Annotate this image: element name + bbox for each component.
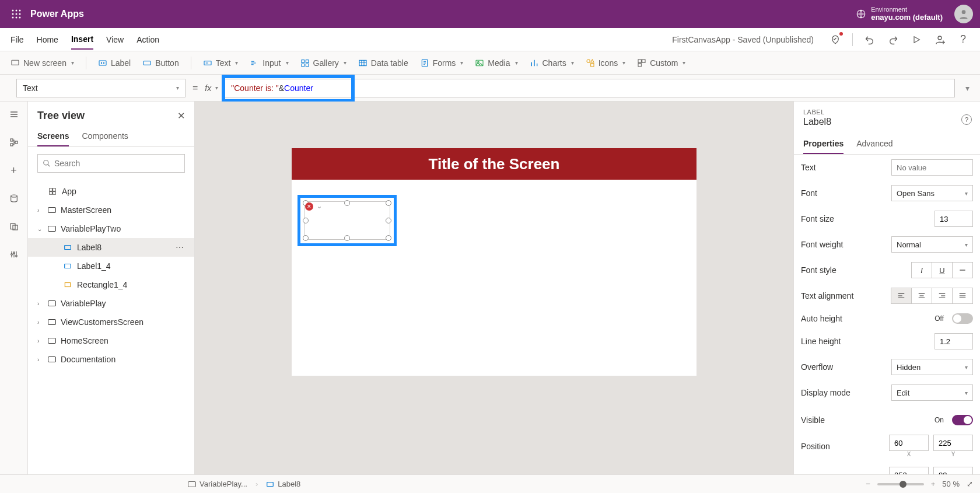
data-table-button[interactable]: Data table — [358, 58, 408, 68]
tree-node-homescreen[interactable]: › HomeScreen — [28, 331, 194, 350]
charts-button[interactable]: Charts▾ — [530, 58, 574, 68]
tree-node-documentation[interactable]: › Documentation — [28, 350, 194, 369]
tree-view-icon[interactable] — [8, 137, 20, 148]
tree-node-rectangle1-4[interactable]: Rectangle1_4 — [28, 275, 194, 294]
data-icon[interactable] — [8, 193, 20, 204]
new-screen-button[interactable]: New screen▾ — [10, 58, 74, 68]
canvas-screen[interactable]: Title of the Screen ✕ ⌄ — [292, 148, 696, 376]
tab-components[interactable]: Components — [82, 127, 128, 146]
screen-icon — [48, 300, 56, 306]
resize-handle[interactable] — [344, 200, 350, 206]
tree-node-variableplaytwo[interactable]: ⌄ VariablePlayTwo — [28, 219, 194, 238]
underline-button[interactable]: U — [932, 262, 953, 278]
forms-button[interactable]: Forms▾ — [420, 58, 464, 68]
user-avatar[interactable] — [954, 5, 973, 23]
close-icon[interactable]: ✕ — [177, 110, 185, 121]
fit-screen-icon[interactable]: ⤢ — [967, 480, 973, 488]
hamburger-icon[interactable] — [8, 109, 20, 120]
zoom-slider[interactable] — [877, 483, 924, 485]
prop-lineheight-input[interactable] — [935, 333, 973, 349]
control-chevron-icon[interactable]: ⌄ — [317, 202, 322, 210]
text-button[interactable]: Text▾ — [203, 58, 239, 68]
menu-file[interactable]: File — [10, 30, 24, 49]
chevron-right-icon[interactable]: › — [37, 319, 43, 326]
selected-label-control[interactable]: ✕ ⌄ — [298, 195, 397, 246]
gallery-button[interactable]: Gallery▾ — [300, 58, 346, 68]
tree-node-variableplay[interactable]: › VariablePlay — [28, 294, 194, 313]
app-launcher-icon[interactable] — [7, 5, 26, 23]
auto-height-toggle[interactable] — [952, 313, 973, 324]
tab-properties[interactable]: Properties — [803, 134, 844, 154]
help-icon[interactable]: ? — [957, 33, 970, 46]
chevron-right-icon[interactable]: › — [37, 207, 43, 214]
position-x-input[interactable] — [889, 435, 929, 451]
tree-node-viewcustomers[interactable]: › ViewCustomersScreen — [28, 313, 194, 331]
canvas-area[interactable]: Title of the Screen ✕ ⌄ — [195, 102, 793, 474]
play-icon[interactable] — [910, 33, 923, 46]
tree-node-masterscreen[interactable]: › MasterScreen — [28, 201, 194, 219]
icons-button[interactable]: Icons▾ — [586, 58, 625, 68]
align-right-button[interactable] — [932, 288, 953, 304]
chevron-right-icon[interactable]: › — [37, 356, 43, 363]
input-button[interactable]: Input▾ — [250, 58, 288, 68]
strikethrough-button[interactable] — [952, 262, 973, 278]
health-icon[interactable] — [829, 33, 842, 46]
resize-handle[interactable] — [386, 235, 391, 241]
position-y-input[interactable] — [933, 435, 973, 451]
resize-handle[interactable] — [344, 235, 350, 241]
prop-fontsize-input[interactable] — [935, 211, 973, 227]
custom-button[interactable]: Custom▾ — [637, 58, 685, 68]
chevron-right-icon[interactable]: › — [37, 300, 43, 307]
button-button[interactable]: Button — [142, 58, 178, 68]
zoom-in-button[interactable]: + — [931, 480, 936, 488]
prop-font-select[interactable]: Open Sans▾ — [891, 185, 973, 201]
size-height-input[interactable] — [933, 467, 973, 474]
info-icon[interactable]: ? — [961, 114, 972, 125]
prop-fontweight-select[interactable]: Normal▾ — [891, 236, 973, 253]
menu-insert[interactable]: Insert — [71, 30, 93, 50]
zoom-out-button[interactable]: − — [866, 480, 870, 488]
breadcrumb-control[interactable]: Label8 — [260, 477, 306, 491]
label-button[interactable]: Label — [98, 58, 131, 68]
tools-icon[interactable] — [8, 249, 20, 260]
tab-screens[interactable]: Screens — [37, 127, 69, 146]
align-center-button[interactable] — [911, 288, 932, 304]
align-left-button[interactable] — [891, 288, 912, 304]
resize-handle[interactable] — [303, 218, 309, 223]
formula-input[interactable]: "Counter is: " & Counter — [225, 79, 955, 97]
chevron-down-icon[interactable]: ⌄ — [37, 226, 43, 232]
align-justify-button[interactable] — [952, 288, 973, 304]
delete-control-icon[interactable]: ✕ — [305, 202, 313, 211]
redo-icon[interactable] — [887, 33, 900, 46]
tree-node-app[interactable]: App — [28, 182, 194, 201]
tree-node-label8[interactable]: Label8 ⋯ — [28, 238, 194, 257]
environment-picker[interactable]: Environment enayu.com (default) — [856, 6, 943, 22]
share-icon[interactable] — [933, 33, 946, 46]
property-selector[interactable]: Text ▾ — [16, 79, 186, 97]
tree-node-label1-4[interactable]: Label1_4 — [28, 257, 194, 275]
resize-handle[interactable] — [386, 218, 391, 223]
breadcrumb-screen[interactable]: VariablePlay... — [182, 477, 253, 491]
formula-expand-icon[interactable]: ▾ — [965, 83, 970, 93]
visible-toggle[interactable] — [952, 415, 973, 425]
menu-home[interactable]: Home — [37, 30, 58, 49]
media-rail-icon[interactable] — [8, 221, 20, 232]
tab-advanced[interactable]: Advanced — [856, 134, 892, 154]
resize-handle[interactable] — [386, 200, 391, 206]
undo-icon[interactable] — [863, 33, 876, 46]
menu-action[interactable]: Action — [136, 30, 159, 49]
search-input[interactable] — [54, 159, 180, 168]
tree-search[interactable] — [37, 154, 185, 173]
chevron-right-icon[interactable]: › — [37, 338, 43, 344]
fx-icon[interactable]: fx▾ — [205, 83, 218, 93]
prop-displaymode-select[interactable]: Edit▾ — [891, 384, 973, 401]
menu-view[interactable]: View — [106, 30, 124, 49]
italic-button[interactable]: I — [911, 262, 932, 278]
size-width-input[interactable] — [889, 467, 929, 474]
more-icon[interactable]: ⋯ — [176, 243, 185, 252]
prop-text-input[interactable] — [891, 159, 973, 176]
media-button[interactable]: Media▾ — [475, 58, 517, 68]
prop-overflow-select[interactable]: Hidden▾ — [891, 359, 973, 375]
resize-handle[interactable] — [303, 235, 309, 241]
add-icon[interactable]: + — [8, 165, 20, 176]
